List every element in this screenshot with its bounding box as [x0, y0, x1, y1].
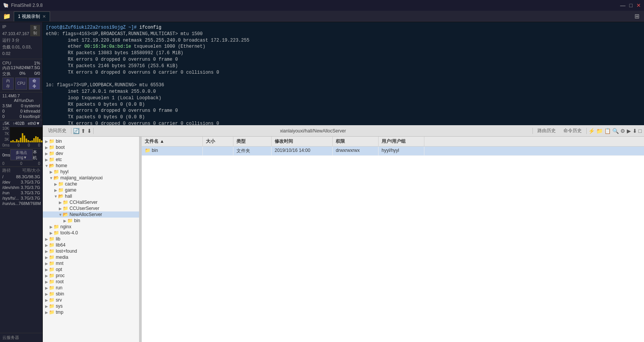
- file-row-bin[interactable]: 📁 bin 文件夹 2019/10/16 14:00 drwxrwxrwx hy…: [142, 147, 644, 156]
- tree-item-newallocserver-bin[interactable]: ▶ 📁 bin: [43, 218, 139, 224]
- col-user[interactable]: 用户/用户组: [379, 137, 424, 146]
- tree-item-nginx[interactable]: ▶ 📁 nginx: [43, 224, 139, 230]
- tree-item-home[interactable]: ▼ 📂 home: [43, 163, 139, 169]
- tree-item-game[interactable]: ▶ 📁 game: [43, 187, 139, 193]
- tree-item-hyyl[interactable]: ▶ 📁 hyyl: [43, 169, 139, 175]
- terminal[interactable]: [root@iZuf6iuki22a2rsosi9ojgZ ~]# ifconf…: [43, 22, 644, 125]
- tab-command[interactable]: 命令: [29, 77, 40, 90]
- file-cell-size: [203, 147, 233, 155]
- tree-item-newallocserver[interactable]: ▼ 📂 NewAllocServer: [43, 211, 139, 218]
- app-title: FinalShell 2.9.8: [11, 3, 43, 8]
- copy-ip-button[interactable]: 复制: [30, 25, 40, 36]
- new-folder-icon[interactable]: 📁: [596, 128, 603, 134]
- folder-icon: 📁: [58, 187, 64, 193]
- terminal-line: ether 00:16:3e:0a:bd:1e txqueuelen 1000 …: [46, 44, 641, 50]
- visit-history-label[interactable]: 访问历史: [45, 127, 70, 134]
- tree-item-lostfound[interactable]: ▶ 📁 lost+found: [43, 248, 139, 254]
- tree-arrow: ▼: [44, 164, 49, 168]
- sidebar: IP 47.103.47.167 复制 运行 3 分 负载 0.01, 0.03…: [0, 22, 43, 342]
- col-size[interactable]: 大小: [203, 137, 233, 146]
- tree-arrow: ▶: [53, 188, 58, 192]
- tree-item-srv[interactable]: ▶ 📁 srv: [43, 297, 139, 303]
- uptime: 运行 3 分: [2, 37, 40, 44]
- main-layout: IP 47.103.47.167 复制 运行 3 分 负载 0.01, 0.03…: [0, 22, 644, 342]
- tree-arrow: ▶: [53, 182, 58, 186]
- tree-item-dev[interactable]: ▶ 📁 dev: [43, 150, 139, 156]
- tab-memory[interactable]: 内存: [2, 77, 14, 90]
- tree-label: root: [56, 279, 64, 284]
- process-name: 0.7 AliYunDun: [14, 94, 40, 103]
- tree-item-tools[interactable]: ▶ 📁 tools-4.0: [43, 230, 139, 236]
- tree-item-bin[interactable]: ▶ 📁 bin: [43, 138, 139, 144]
- tree-label: majiang_xianlaiyouxi: [60, 175, 103, 181]
- tree-arrow: ▶: [49, 225, 53, 229]
- folder-button[interactable]: 📁: [2, 11, 12, 22]
- tree-item-cache[interactable]: ▶ 📁 cache: [43, 181, 139, 187]
- tree-item-lib64[interactable]: ▶ 📁 lib64: [43, 242, 139, 248]
- settings-icon[interactable]: ⚙: [620, 128, 625, 134]
- tree-item-mnt[interactable]: ▶ 📁 mnt: [43, 260, 139, 266]
- tree-label: etc: [56, 157, 62, 162]
- tree-label: tools-4.0: [60, 230, 78, 236]
- tab-cpu[interactable]: CPU: [15, 77, 27, 90]
- maximize-button[interactable]: □: [629, 2, 633, 8]
- metric-tabs: 内存 CPU 命令: [2, 77, 40, 90]
- tree-item-tmp[interactable]: ▶ 📁 tmp: [43, 309, 139, 315]
- terminal-line: TX packets 2146 bytes 259716 (253.6 KiB): [46, 63, 641, 69]
- tree-arrow: ▶: [49, 170, 53, 174]
- process-mem: 0: [2, 109, 5, 113]
- tab-close-icon[interactable]: ✕: [42, 14, 46, 19]
- col-mtime[interactable]: 修改时间: [272, 137, 333, 146]
- lightning-icon[interactable]: ⚡: [588, 128, 595, 134]
- download-icon[interactable]: ⬇: [87, 128, 92, 134]
- folder-icon: 📁: [49, 291, 55, 297]
- tree-item-hall[interactable]: ▼ 📂 hall: [43, 193, 139, 199]
- tree-label: CCHallServer: [70, 200, 97, 205]
- close-button[interactable]: ✕: [636, 2, 641, 8]
- folder-icon: 📁: [49, 285, 55, 290]
- tree-label: tmp: [56, 310, 63, 315]
- run-icon[interactable]: ▶: [627, 128, 631, 134]
- tree-item-sbin[interactable]: ▶ 📁 sbin: [43, 291, 139, 297]
- tree-item-ccuserserver[interactable]: ▶ 📁 CCUserServer: [43, 205, 139, 211]
- tree-item-proc[interactable]: ▶ 📁 proc: [43, 273, 139, 279]
- cloud-server-label: 云服务器: [2, 335, 19, 340]
- col-type[interactable]: 类型: [233, 137, 272, 146]
- tree-item-cchallserver[interactable]: ▶ 📁 CCHallServer: [43, 199, 139, 205]
- minimize-button[interactable]: —: [620, 2, 626, 8]
- net-iface[interactable]: eth0▼: [28, 121, 40, 126]
- ping-host: 本机: [33, 149, 40, 161]
- tree-item-boot[interactable]: ▶ 📁 boot: [43, 144, 139, 150]
- tree-item-opt[interactable]: ▶ 📁 opt: [43, 266, 139, 273]
- col-filename[interactable]: 文件名 ▲: [142, 137, 203, 146]
- tree-item-majiang[interactable]: ▼ 📂 majiang_xianlaiyouxi: [43, 175, 139, 181]
- process-row: 0 0 kthreadd: [0, 108, 42, 114]
- disk-avail: 3.7G/3.7G: [21, 185, 40, 190]
- net-tx: ↑402B: [13, 121, 24, 126]
- multiping-button[interactable]: 多地点ping▼: [10, 149, 33, 160]
- ip-row: IP 47.103.47.167 复制: [2, 24, 40, 37]
- command-history-label[interactable]: 命令历史: [560, 127, 585, 134]
- search-icon[interactable]: 🔍: [612, 128, 619, 134]
- download2-icon[interactable]: ⬇: [633, 128, 637, 134]
- tree-label: bin: [74, 218, 80, 223]
- cpu-row: CPU 1%: [2, 61, 40, 65]
- tree-item-media[interactable]: ▶ 📁 media: [43, 254, 139, 260]
- refresh-icon[interactable]: 🔄: [73, 128, 79, 134]
- terminal-line: TX errors 0 dropped 0 overruns 0 carrier…: [46, 69, 641, 76]
- route-history-label[interactable]: 路由历史: [534, 127, 559, 134]
- copy-icon[interactable]: 📋: [604, 128, 611, 134]
- col-perm[interactable]: 权限: [333, 137, 379, 146]
- tree-item-lib[interactable]: ▶ 📁 lib: [43, 236, 139, 242]
- upload-icon[interactable]: ⬆: [81, 128, 86, 134]
- grid-view-icon[interactable]: ⊞: [634, 13, 639, 20]
- disk-row: /run/us... 768M/768M: [2, 201, 40, 206]
- tree-item-run[interactable]: ▶ 📁 run: [43, 285, 139, 291]
- tree-item-sys[interactable]: ▶ 📁 sys: [43, 303, 139, 309]
- tab-video-record[interactable]: 1 视频录制 ✕: [14, 11, 50, 21]
- tree-item-root[interactable]: ▶ 📁 root: [43, 279, 139, 285]
- memory-label: 内存: [2, 65, 11, 71]
- tree-arrow: ▶: [44, 237, 49, 241]
- terminal-icon[interactable]: □: [639, 128, 642, 134]
- tree-item-etc[interactable]: ▶ 📁 etc: [43, 156, 139, 163]
